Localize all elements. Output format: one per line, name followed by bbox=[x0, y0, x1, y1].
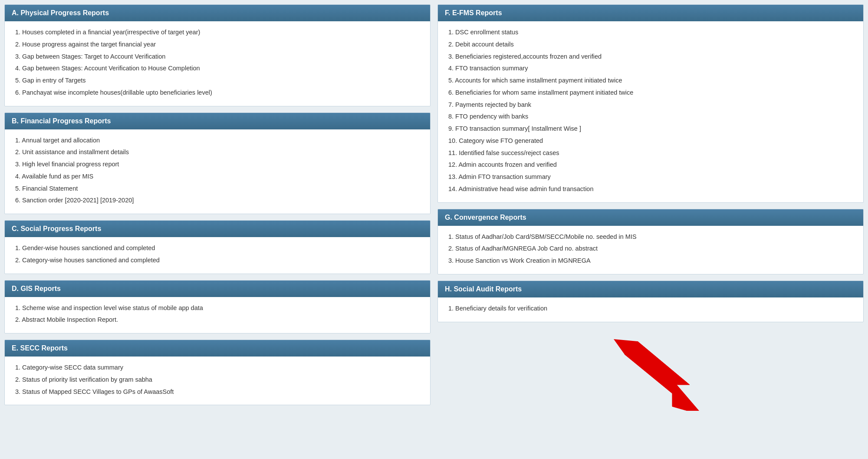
section-f-item-9[interactable]: 9. FTO transaction summary[ Installment … bbox=[448, 123, 855, 135]
section-f-header: F. E-FMS Reports bbox=[438, 5, 863, 21]
section-a: A. Physical Progress Reports1. Houses co… bbox=[4, 4, 431, 106]
section-a-item-5[interactable]: 5. Gap in entry of Targets bbox=[15, 75, 421, 87]
red-arrow-icon bbox=[585, 337, 716, 411]
section-a-body: 1. Houses completed in a financial year(… bbox=[5, 21, 430, 106]
section-f-item-12[interactable]: 12. Admin accounts frozen and verified bbox=[448, 159, 855, 171]
section-f-item-7[interactable]: 7. Payments rejected by bank bbox=[448, 99, 855, 111]
section-c-header: C. Social Progress Reports bbox=[5, 221, 430, 237]
section-e-item-2[interactable]: 2. Status of priority list verification … bbox=[15, 374, 421, 386]
section-f-item-2[interactable]: 2. Debit account details bbox=[448, 39, 855, 51]
section-g-body: 1. Status of Aadhar/Job Card/SBM/SECC/Mo… bbox=[438, 226, 863, 274]
main-container: A. Physical Progress Reports1. Houses co… bbox=[4, 4, 864, 406]
section-f-item-4[interactable]: 4. FTO transaction summary bbox=[448, 63, 855, 75]
section-h-body: 1. Beneficiary details for verification bbox=[438, 297, 863, 322]
section-c: C. Social Progress Reports1. Gender-wise… bbox=[4, 220, 431, 274]
section-f-item-14[interactable]: 14. Administrative head wise admin fund … bbox=[448, 183, 855, 195]
section-h-header: H. Social Audit Reports bbox=[438, 281, 863, 297]
section-g-item-3[interactable]: 3. House Sanction vs Work Creation in MG… bbox=[448, 255, 855, 267]
section-g: G. Convergence Reports1. Status of Aadha… bbox=[437, 209, 864, 274]
section-g-item-2[interactable]: 2. Status of Aadhar/MGNREGA Job Card no.… bbox=[448, 243, 855, 255]
section-f: F. E-FMS Reports1. DSC enrollment status… bbox=[437, 4, 864, 203]
section-h: H. Social Audit Reports1. Beneficiary de… bbox=[437, 281, 864, 322]
section-f-item-5[interactable]: 5. Accounts for which same installment p… bbox=[448, 75, 855, 87]
section-d-header: D. GIS Reports bbox=[5, 281, 430, 297]
section-a-item-1[interactable]: 1. Houses completed in a financial year(… bbox=[15, 26, 421, 39]
section-a-header: A. Physical Progress Reports bbox=[5, 5, 430, 21]
section-a-item-4[interactable]: 4. Gap between Stages: Account Verificat… bbox=[15, 63, 421, 75]
section-f-item-10[interactable]: 10. Category wise FTO generated bbox=[448, 135, 855, 147]
section-f-item-6[interactable]: 6. Beneficiaries for whom same installme… bbox=[448, 87, 855, 99]
section-b-item-1[interactable]: 1. Annual target and allocation bbox=[15, 135, 421, 147]
section-a-item-2[interactable]: 2. House progress against the target fin… bbox=[15, 39, 421, 51]
section-h-item-1[interactable]: 1. Beneficiary details for verification bbox=[448, 303, 855, 315]
section-e-item-1[interactable]: 1. Category-wise SECC data summary bbox=[15, 362, 421, 374]
section-d: D. GIS Reports1. Scheme wise and inspect… bbox=[4, 280, 431, 334]
section-e: E. SECC Reports1. Category-wise SECC dat… bbox=[4, 340, 431, 405]
section-b-item-5[interactable]: 5. Financial Statement bbox=[15, 183, 421, 195]
section-f-body: 1. DSC enrollment status2. Debit account… bbox=[438, 21, 863, 202]
section-c-item-2[interactable]: 2. Category-wise houses sanctioned and c… bbox=[15, 254, 421, 267]
section-b-item-6[interactable]: 6. Sanction order [2020-2021] [2019-2020… bbox=[15, 195, 421, 207]
section-b-body: 1. Annual target and allocation2. Unit a… bbox=[5, 129, 430, 214]
section-b: B. Financial Progress Reports1. Annual t… bbox=[4, 112, 431, 215]
section-b-item-2[interactable]: 2. Unit assistance and installment detai… bbox=[15, 146, 421, 159]
section-d-body: 1. Scheme wise and inspection level wise… bbox=[5, 297, 430, 334]
section-g-header: G. Convergence Reports bbox=[438, 209, 863, 226]
section-c-body: 1. Gender-wise houses sanctioned and com… bbox=[5, 237, 430, 274]
svg-marker-1 bbox=[625, 341, 703, 411]
section-d-item-2[interactable]: 2. Abstract Mobile Inspection Report. bbox=[15, 314, 421, 326]
red-arrow-container bbox=[437, 328, 864, 406]
section-b-header: B. Financial Progress Reports bbox=[5, 113, 430, 129]
section-e-body: 1. Category-wise SECC data summary2. Sta… bbox=[5, 357, 430, 405]
section-a-item-3[interactable]: 3. Gap between Stages: Target to Account… bbox=[15, 51, 421, 63]
section-e-header: E. SECC Reports bbox=[5, 340, 430, 357]
section-f-item-8[interactable]: 8. FTO pendency with banks bbox=[448, 111, 855, 123]
section-f-item-11[interactable]: 11. Identified false success/reject case… bbox=[448, 147, 855, 159]
section-f-item-3[interactable]: 3. Beneficiaries registered,accounts fro… bbox=[448, 51, 855, 63]
left-column: A. Physical Progress Reports1. Houses co… bbox=[4, 4, 431, 406]
section-e-item-3[interactable]: 3. Status of Mapped SECC Villages to GPs… bbox=[15, 386, 421, 398]
section-d-item-1[interactable]: 1. Scheme wise and inspection level wise… bbox=[15, 302, 421, 314]
section-f-item-1[interactable]: 1. DSC enrollment status bbox=[448, 26, 855, 39]
section-c-item-1[interactable]: 1. Gender-wise houses sanctioned and com… bbox=[15, 242, 421, 254]
section-a-item-6[interactable]: 6. Panchayat wise incomplete houses(dril… bbox=[15, 87, 421, 99]
section-b-item-3[interactable]: 3. High level financial progress report bbox=[15, 159, 421, 171]
section-b-item-4[interactable]: 4. Available fund as per MIS bbox=[15, 171, 421, 183]
right-column: F. E-FMS Reports1. DSC enrollment status… bbox=[437, 4, 864, 406]
section-g-item-1[interactable]: 1. Status of Aadhar/Job Card/SBM/SECC/Mo… bbox=[448, 231, 855, 243]
section-f-item-13[interactable]: 13. Admin FTO transaction summary bbox=[448, 171, 855, 183]
